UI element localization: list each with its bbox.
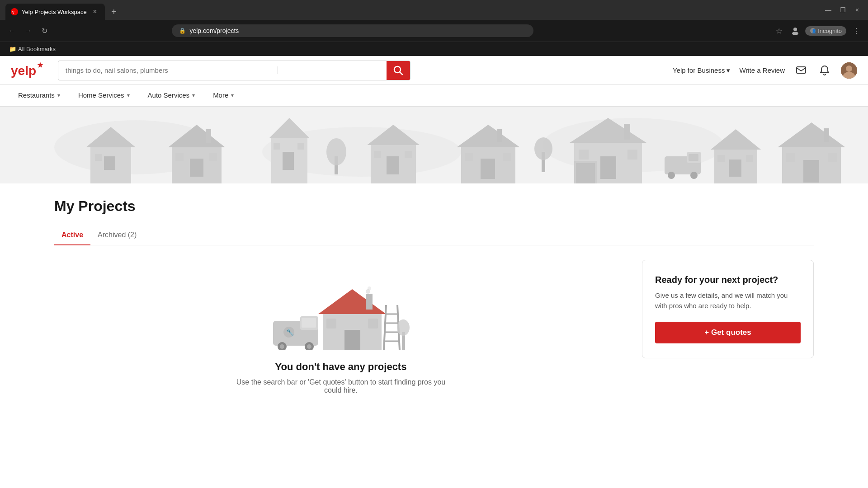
toolbar-right: ☆ 👤 Incognito ⋮	[773, 24, 863, 37]
nav-restaurants-chevron: ▾	[57, 92, 60, 99]
svg-rect-51	[627, 150, 637, 160]
write-review-label: Write a Review	[739, 66, 785, 74]
tab-bar: y Yelp Projects Workspace × + — ❐ ×	[0, 0, 868, 20]
profile-icon[interactable]	[789, 24, 802, 37]
content-area: My Projects Active Archived (2)	[0, 183, 868, 413]
card-description: Give us a few details, and we will match…	[655, 291, 801, 311]
svg-point-95	[397, 319, 410, 336]
svg-rect-84	[368, 319, 378, 328]
svg-rect-23	[190, 159, 203, 177]
all-bookmarks-label: All Bookmarks	[18, 46, 56, 52]
svg-rect-43	[503, 153, 511, 161]
bookmark-icon[interactable]: ☆	[773, 24, 785, 37]
svg-rect-49	[600, 156, 616, 179]
header-right: Yelp for Business ▾ Write a Review	[673, 62, 857, 79]
nav-item-home-services[interactable]: Home Services ▾	[71, 85, 137, 107]
svg-rect-37	[374, 151, 381, 158]
svg-text:🔧: 🔧	[286, 328, 294, 336]
main-layout: 🔧	[54, 260, 814, 413]
nav-more-label: More	[213, 91, 228, 99]
nav-item-restaurants[interactable]: Restaurants ▾	[11, 85, 67, 107]
get-quotes-button[interactable]: + Get quotes	[655, 322, 801, 343]
svg-rect-50	[579, 150, 589, 160]
nav-home-services-chevron: ▾	[127, 92, 130, 99]
minimize-button[interactable]: —	[823, 5, 834, 15]
incognito-badge: 👤 Incognito	[805, 26, 846, 36]
yelp-logo[interactable]: yelp	[11, 61, 47, 80]
search-button[interactable]	[387, 61, 410, 80]
close-button[interactable]: ×	[852, 5, 863, 15]
svg-rect-44	[497, 129, 502, 142]
reload-button[interactable]: ↻	[38, 24, 51, 37]
bookmark-folder-icon: 📁	[9, 46, 16, 52]
incognito-label: Incognito	[818, 28, 842, 34]
main-content: 🔧	[54, 260, 627, 413]
lock-icon: 🔒	[179, 28, 186, 34]
empty-state-title: You don't have any projects	[275, 361, 407, 373]
browser-chrome: y Yelp Projects Workspace × + — ❐ × ← → …	[0, 0, 868, 56]
new-tab-button[interactable]: +	[107, 5, 121, 19]
svg-text:y: y	[12, 10, 14, 14]
svg-rect-24	[175, 153, 184, 161]
more-options-icon[interactable]: ⋮	[850, 24, 863, 37]
tab-favicon: y	[11, 8, 18, 15]
svg-point-33	[326, 138, 346, 165]
user-avatar[interactable]	[841, 62, 857, 79]
tab-archived[interactable]: Archived (2)	[90, 225, 144, 245]
svg-text:👤: 👤	[811, 28, 816, 34]
yelp-for-business-chevron: ▾	[726, 66, 730, 75]
svg-point-77	[307, 344, 311, 349]
maximize-button[interactable]: ❐	[837, 5, 848, 15]
svg-rect-9	[797, 67, 806, 73]
search-where-input[interactable]: San Francisco, CA	[278, 66, 387, 74]
empty-illustration: 🔧	[264, 278, 418, 350]
svg-rect-54	[576, 163, 595, 183]
yelp-header: yelp San Francisco, CA Yelp for Business…	[0, 56, 868, 85]
svg-rect-52	[624, 124, 630, 140]
back-button[interactable]: ←	[5, 24, 18, 37]
all-bookmarks-item[interactable]: 📁 All Bookmarks	[5, 44, 59, 54]
svg-marker-6	[37, 62, 43, 68]
svg-text:yelp: yelp	[11, 64, 36, 78]
tab-active[interactable]: Active	[54, 225, 90, 245]
svg-rect-59	[689, 154, 698, 161]
yelp-for-business-label: Yelp for Business	[673, 66, 725, 74]
svg-rect-64	[746, 155, 753, 162]
bookmarks-bar: 📁 All Bookmarks	[0, 42, 868, 56]
svg-rect-26	[206, 129, 211, 143]
svg-rect-31	[297, 143, 304, 150]
write-review-link[interactable]: Write a Review	[739, 66, 785, 74]
tab-close-button[interactable]: ×	[90, 7, 99, 16]
messages-icon[interactable]	[794, 63, 808, 78]
svg-rect-73	[302, 318, 316, 328]
nav-home-services-label: Home Services	[78, 91, 124, 99]
svg-rect-19	[104, 156, 115, 170]
notifications-icon[interactable]	[817, 63, 832, 78]
svg-point-57	[668, 172, 675, 179]
svg-rect-42	[465, 153, 473, 161]
svg-marker-81	[318, 289, 386, 314]
svg-rect-69	[828, 153, 837, 162]
address-bar[interactable]: 🔒 yelp.com/projects	[172, 24, 533, 37]
nav-auto-services-label: Auto Services	[148, 91, 190, 99]
svg-rect-85	[366, 294, 373, 310]
window-controls: — ❐ ×	[823, 5, 863, 19]
svg-rect-70	[824, 128, 829, 142]
nav-more-chevron: ▾	[231, 92, 234, 99]
tab-title: Yelp Projects Workspace	[22, 9, 87, 15]
active-tab[interactable]: y Yelp Projects Workspace ×	[5, 4, 105, 20]
yelp-nav: Restaurants ▾ Home Services ▾ Auto Servi…	[0, 85, 868, 107]
sidebar-card: Ready for your next project? Give us a f…	[642, 260, 814, 358]
nav-item-auto-services[interactable]: Auto Services ▾	[141, 85, 203, 107]
svg-rect-68	[786, 153, 795, 162]
forward-button[interactable]: →	[22, 24, 34, 37]
svg-rect-30	[274, 143, 280, 150]
svg-rect-25	[209, 153, 217, 161]
search-what-input[interactable]	[58, 66, 278, 74]
search-form[interactable]: San Francisco, CA	[58, 61, 410, 80]
yelp-for-business-link[interactable]: Yelp for Business ▾	[673, 66, 730, 75]
empty-state-description: Use the search bar or 'Get quotes' butto…	[228, 378, 454, 394]
nav-item-more[interactable]: More ▾	[206, 85, 241, 107]
svg-point-46	[534, 137, 552, 160]
svg-line-8	[400, 72, 402, 75]
